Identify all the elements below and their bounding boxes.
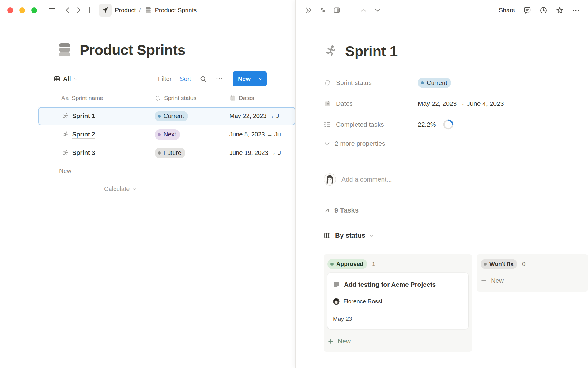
property-value[interactable]: Current <box>418 78 451 88</box>
cell-dates[interactable]: May 22, 2023 → J <box>224 107 295 125</box>
board-view-switcher[interactable]: By status <box>324 228 588 243</box>
card-date: May 23 <box>333 316 352 322</box>
back-button[interactable] <box>62 5 73 16</box>
property-value[interactable]: 22.2% <box>418 119 454 130</box>
arrow-up-right-icon <box>324 207 330 214</box>
runner-icon[interactable] <box>324 44 337 58</box>
share-button[interactable]: Share <box>499 7 515 14</box>
new-card-label: New <box>491 277 504 284</box>
database-page-icon[interactable] <box>58 42 72 57</box>
breadcrumb-page-label[interactable]: Product <box>115 7 136 14</box>
status-pill-current: Current <box>418 78 451 88</box>
calculate-button[interactable]: Calculate <box>104 186 136 193</box>
hamburger-icon <box>48 6 56 14</box>
updates-clock-icon[interactable] <box>539 6 548 14</box>
view-tab-all[interactable]: All <box>54 75 78 82</box>
more-options-icon[interactable] <box>572 6 580 14</box>
breadcrumb-separator: / <box>139 7 141 14</box>
comment-placeholder[interactable]: Add a comment... <box>341 176 392 183</box>
sprint-name-link[interactable]: Sprint 1 <box>72 112 95 120</box>
sprint-name-link[interactable]: Sprint 3 <box>72 149 95 157</box>
column-header-sprint-name[interactable]: Aa Sprint name <box>38 89 149 107</box>
status-dot <box>330 263 334 266</box>
sort-button[interactable]: Sort <box>180 75 191 82</box>
table-row-sprint-2[interactable]: Sprint 2 Next June 5, 2023 → Ju <box>38 125 295 144</box>
status-dot <box>158 133 161 136</box>
property-label[interactable]: Dates <box>324 100 418 107</box>
breadcrumb-current-label[interactable]: Product Sprints <box>155 7 197 14</box>
dart-icon <box>101 6 109 14</box>
board-view-icon <box>324 232 331 239</box>
column-header-label: Sprint name <box>72 95 103 102</box>
property-value[interactable]: May 22, 2023 → June 4, 2023 <box>418 100 504 107</box>
new-button[interactable]: New <box>233 71 267 86</box>
cell-sprint-status[interactable]: Future <box>149 144 224 162</box>
properties: Sprint status Current Dates May 22, 2023… <box>324 72 588 135</box>
cell-dates[interactable]: June 5, 2023 → Ju <box>224 125 295 144</box>
property-row-dates: Dates May 22, 2023 → June 4, 2023 <box>324 93 588 114</box>
table-row-sprint-1[interactable]: Sprint 1 Current May 22, 2023 → J <box>38 107 295 125</box>
progress-ring <box>443 119 454 130</box>
search-icon[interactable] <box>199 75 207 83</box>
cell-sprint-name[interactable]: Sprint 2 <box>38 125 149 144</box>
breadcrumb-page-button[interactable] <box>99 4 112 17</box>
status-pill-future: Future <box>155 148 185 158</box>
previous-record-icon[interactable] <box>360 6 368 14</box>
chevron-right-icon <box>75 6 82 14</box>
linked-tasks-database[interactable]: 9 Tasks <box>324 203 588 218</box>
column-header-dates[interactable]: Dates <box>224 89 295 107</box>
comment-composer[interactable]: Add a comment... <box>324 163 588 196</box>
cell-sprint-status[interactable]: Current <box>149 107 224 125</box>
toolbar-divider <box>350 5 350 15</box>
new-button-chevron-icon[interactable] <box>258 76 263 81</box>
column-header-sprint-status[interactable]: Sprint status <box>149 89 224 107</box>
board-group-header[interactable]: Won't fix 0 <box>481 257 584 271</box>
card-title[interactable]: Add testing for Acme Projects <box>344 281 436 288</box>
table-footer: Calculate <box>38 180 295 198</box>
plus-icon <box>86 6 94 14</box>
minimize-window-button[interactable] <box>19 7 25 13</box>
table-row-sprint-3[interactable]: Sprint 3 Future June 19, 2023 → J <box>38 144 295 162</box>
zoom-window-button[interactable] <box>31 7 37 13</box>
divider <box>324 196 565 196</box>
comments-icon[interactable] <box>523 6 531 14</box>
sprint-name-link[interactable]: Sprint 2 <box>72 131 95 139</box>
panel-body: Sprint 1 Sprint status Current <box>296 20 588 352</box>
property-label[interactable]: Completed tasks <box>324 121 418 128</box>
breadcrumb: Product / Product Sprints <box>95 4 197 17</box>
cell-sprint-status[interactable]: Next <box>149 125 224 144</box>
traffic-lights <box>7 7 37 13</box>
filter-button[interactable]: Filter <box>158 75 172 82</box>
runner-icon <box>61 149 69 157</box>
favorite-star-icon[interactable] <box>556 6 564 14</box>
completed-tasks-percent: 22.2% <box>418 121 436 128</box>
more-properties-toggle[interactable]: 2 more properties <box>324 136 588 151</box>
status-pill-wont-fix: Won't fix <box>481 259 517 269</box>
forward-button[interactable] <box>73 5 84 16</box>
more-options-icon[interactable] <box>215 75 223 83</box>
cell-sprint-name[interactable]: Sprint 1 <box>38 107 149 125</box>
board-group-header[interactable]: Approved 1 <box>327 257 468 271</box>
property-label[interactable]: Sprint status <box>324 79 418 86</box>
cell-sprint-name[interactable]: Sprint 3 <box>38 144 149 162</box>
runner-icon <box>61 131 69 139</box>
close-peek-icon[interactable] <box>305 6 313 14</box>
page-title[interactable]: Product Sprints <box>80 41 185 58</box>
tasks-link-label: 9 Tasks <box>334 206 359 214</box>
sidebar-menu-button[interactable] <box>46 5 57 16</box>
side-peek-toggle-icon[interactable] <box>333 6 341 14</box>
board-new-card-button[interactable]: New <box>327 335 468 348</box>
close-window-button[interactable] <box>7 7 13 13</box>
table-new-row-button[interactable]: New <box>38 162 295 180</box>
status-dot <box>421 81 424 84</box>
database-icon <box>145 6 152 14</box>
board-new-card-button[interactable]: New <box>481 273 584 288</box>
new-card-label: New <box>338 338 351 345</box>
task-card[interactable]: Add testing for Acme Projects Florence R… <box>327 273 468 329</box>
new-tab-button[interactable] <box>84 5 95 16</box>
cell-dates[interactable]: June 19, 2023 → J <box>224 144 295 162</box>
expand-page-icon[interactable] <box>319 6 327 14</box>
next-record-icon[interactable] <box>374 6 382 14</box>
user-avatar <box>324 173 336 186</box>
record-title[interactable]: Sprint 1 <box>345 43 398 59</box>
